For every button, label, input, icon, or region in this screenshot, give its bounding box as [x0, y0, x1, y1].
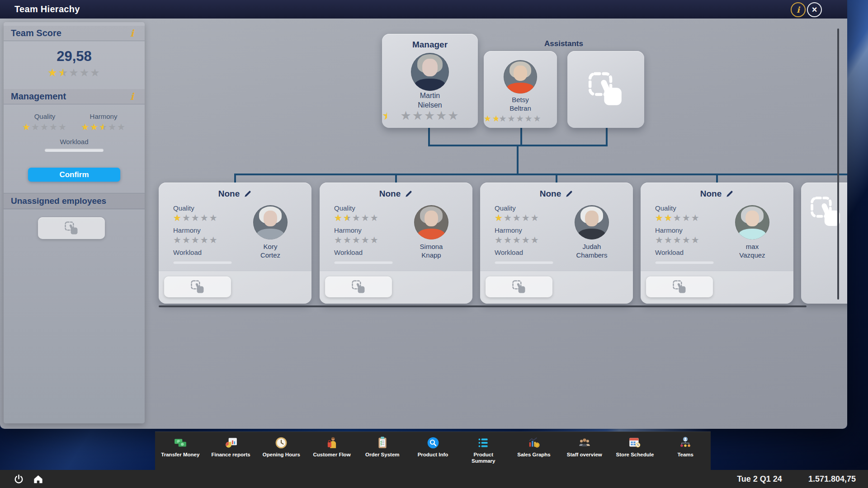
horizontal-scrollbar[interactable] — [159, 305, 807, 307]
finance-reports-icon — [224, 436, 238, 450]
avatar — [414, 205, 448, 239]
info-icon[interactable]: i — [791, 2, 806, 17]
management-label: Management — [11, 91, 66, 102]
sales-graphs-icon — [527, 436, 541, 450]
taskbar-item-order-system[interactable]: Order System — [357, 432, 408, 470]
unassigned-drop-zone[interactable] — [38, 217, 105, 239]
drag-drop-icon — [672, 279, 687, 295]
taskbar-item-sales-graphs[interactable]: Sales Graphs — [509, 432, 559, 470]
team-card[interactable]: None Quality ★★★★★★★★★★ Harmony ★★★★★★★★… — [159, 183, 311, 304]
vertical-scrollbar[interactable] — [837, 28, 839, 300]
close-icon[interactable]: × — [807, 2, 822, 17]
harmony-stars: ★★★★★★★★★★ — [334, 235, 379, 244]
employee[interactable]: Kory Cortez — [234, 205, 307, 259]
team-name: None — [218, 189, 240, 199]
transfer-money-icon — [174, 436, 187, 450]
product-info-icon — [426, 436, 440, 450]
team-score-value: 29,58 — [4, 48, 145, 65]
statusbar: Tue 2 Q1 24 1.571.804,75 — [0, 470, 868, 488]
assistant-empty-drop-zone[interactable] — [567, 51, 644, 128]
team-name: None — [379, 189, 401, 199]
team-score-info-icon[interactable]: i — [130, 28, 134, 39]
manager-card[interactable]: Manager Martin Nielsen ★★★★★★★★★★ — [382, 34, 478, 128]
taskbar-item-finance-reports[interactable]: Finance reports — [206, 432, 256, 470]
taskbar-item-transfer-money[interactable]: Transfer Money — [155, 432, 206, 470]
employee-drop-zone[interactable] — [646, 277, 713, 297]
workload-bar — [495, 261, 553, 264]
drag-drop-icon — [511, 279, 527, 295]
employee[interactable]: max Vazquez — [716, 205, 788, 259]
harmony-stars: ★★★★★★★★★★ — [81, 122, 126, 131]
edit-icon[interactable] — [726, 190, 734, 198]
edit-icon[interactable] — [565, 190, 573, 198]
taskbar-item-customer-flow[interactable]: Customer Flow — [307, 432, 357, 470]
assistants-label: Assistants — [519, 39, 609, 48]
power-icon[interactable] — [14, 474, 24, 484]
taskbar-item-teams[interactable]: Teams — [660, 432, 711, 470]
connector-line — [517, 145, 519, 174]
workload-bar — [45, 149, 104, 152]
workload-bar — [334, 261, 393, 264]
employee-drop-zone[interactable] — [164, 277, 231, 297]
drag-drop-icon — [190, 279, 205, 295]
management-workload: Workload — [4, 138, 145, 153]
team-card[interactable]: None Quality ★★★★★★★★★★ Harmony ★★★★★★★★… — [480, 183, 633, 304]
opening-hours-icon — [274, 436, 288, 450]
harmony-stars: ★★★★★★★★★★ — [495, 235, 540, 244]
quality-stars: ★★★★★★★★★★ — [173, 213, 218, 222]
team-card-footer — [641, 271, 793, 304]
sidebar: Team Score i 29,58 ★★★★★★★★★★ Management… — [4, 22, 145, 423]
employee[interactable]: Simona Knapp — [395, 205, 467, 259]
management-header: Management i — [4, 89, 145, 104]
window-title: Team Hierachy — [14, 4, 80, 14]
quality-stars: ★★★★★★★★★★ — [334, 213, 379, 222]
avatar — [735, 205, 769, 239]
team-score-label: Team Score — [11, 28, 61, 38]
manager-label: Manager — [382, 40, 478, 50]
home-icon[interactable] — [33, 474, 43, 484]
team-name: None — [540, 189, 561, 199]
connector-line — [520, 128, 522, 145]
account-balance: 1.571.804,75 — [808, 474, 856, 484]
teams-icon — [679, 436, 692, 450]
team-score-header: Team Score i — [4, 26, 145, 41]
connector-line — [395, 174, 397, 183]
quality-stars: ★★★★★★★★★★ — [22, 122, 67, 131]
harmony-stars: ★★★★★★★★★★ — [655, 235, 700, 244]
taskbar-item-opening-hours[interactable]: Opening Hours — [256, 432, 307, 470]
management-info-icon[interactable]: i — [130, 91, 134, 102]
order-system-icon — [376, 436, 389, 450]
team-name: None — [700, 189, 722, 199]
team-card-partial[interactable] — [801, 183, 847, 304]
store-schedule-icon — [628, 436, 642, 450]
workload-bar — [655, 261, 714, 264]
edit-icon[interactable] — [244, 190, 252, 198]
quality-stars: ★★★★★★★★★★ — [655, 213, 700, 222]
taskbar-item-product-info[interactable]: Product Info — [408, 432, 458, 470]
manager-stars: ★★★★★★★★★★ — [382, 110, 478, 122]
employee[interactable]: Judah Chambers — [556, 205, 628, 259]
assistant-card[interactable]: Betsy Beltran ★★★★★★★★★★ — [484, 51, 557, 128]
connector-line — [234, 174, 236, 183]
taskbar-item-staff-overview[interactable]: Staff overview — [559, 432, 610, 470]
employee-drop-zone[interactable] — [325, 277, 392, 297]
confirm-button[interactable]: Confirm — [28, 168, 120, 182]
window-body: Team Score i 29,58 ★★★★★★★★★★ Management… — [0, 19, 847, 429]
employee-drop-zone[interactable] — [486, 277, 552, 297]
workload-bar — [173, 261, 232, 264]
assistant-stars: ★★★★★★★★★★ — [484, 114, 557, 123]
employee-name: max Vazquez — [716, 242, 788, 259]
assistant-name: Betsy Beltran — [484, 95, 557, 113]
harmony-stars: ★★★★★★★★★★ — [173, 235, 218, 244]
customer-flow-icon — [325, 436, 339, 450]
edit-icon[interactable] — [405, 190, 413, 198]
taskbar-item-product-summary[interactable]: Product Summary — [458, 432, 509, 470]
connector-line — [716, 174, 718, 183]
team-card[interactable]: None Quality ★★★★★★★★★★ Harmony ★★★★★★★★… — [320, 183, 472, 304]
taskbar-item-store-schedule[interactable]: Store Schedule — [610, 432, 660, 470]
team-card-footer — [320, 271, 472, 304]
employee-name: Kory Cortez — [234, 242, 307, 259]
avatar — [411, 53, 449, 91]
team-card[interactable]: None Quality ★★★★★★★★★★ Harmony ★★★★★★★★… — [641, 183, 793, 304]
avatar — [575, 205, 609, 239]
